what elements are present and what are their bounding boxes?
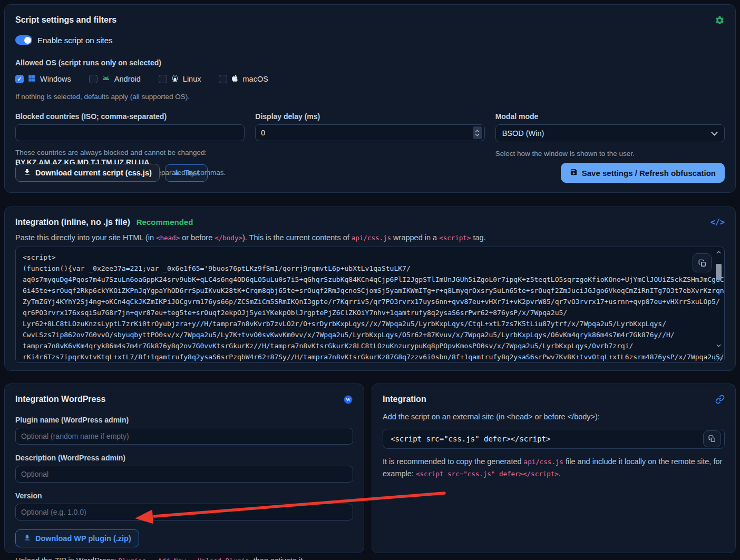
svg-text:W: W xyxy=(346,397,351,402)
version-label: Version xyxy=(15,492,353,500)
external-snippet-code: <script src="css.js" defer></script> xyxy=(391,435,550,443)
test-button[interactable]: Test xyxy=(165,164,208,182)
test-flask-icon xyxy=(173,169,180,178)
head-tag-code: <head> xyxy=(156,234,180,242)
plugin-name-input[interactable] xyxy=(15,428,353,445)
external-note-text: It is recommended to copy the generated … xyxy=(383,456,725,480)
linux-tux-icon xyxy=(171,74,179,84)
macos-checkbox[interactable]: ✓ xyxy=(219,75,227,83)
os-option-android[interactable]: ✓ Android xyxy=(89,74,141,84)
code-scrollbar[interactable] xyxy=(715,249,722,360)
inline-intro-text: Paste this directly into your site HTML … xyxy=(15,233,725,242)
download-icon xyxy=(23,168,31,178)
recommended-badge: Recommended xyxy=(137,218,193,227)
android-icon xyxy=(102,74,110,84)
check-icon: ✓ xyxy=(17,76,22,82)
integration-inline-panel: Integration (inline, no .js file) Recomm… xyxy=(4,207,736,371)
copy-script-button[interactable] xyxy=(693,253,712,272)
script-src-example-code: <script src="css.js" defer></script> xyxy=(416,470,559,478)
external-panel-title: Integration xyxy=(383,395,426,404)
link-icon xyxy=(715,395,725,406)
api-css-js-code: api/css.js xyxy=(524,458,563,466)
chevron-down-icon xyxy=(711,129,718,138)
blocked-hint-line1: These countries are always blocked and c… xyxy=(15,148,245,158)
os-option-linux[interactable]: ✓ Linux xyxy=(159,74,201,84)
download-icon xyxy=(23,534,31,543)
inline-panel-title: Integration (inline, no .js file) Recomm… xyxy=(15,218,193,227)
api-css-js-code: api/css.js xyxy=(352,234,391,242)
windows-icon xyxy=(28,74,36,84)
obfuscated-script-content: <script> (function(){var _0x2ee37a=221;v… xyxy=(23,252,701,362)
external-snippet-box: <script src="css.js" defer></script> xyxy=(383,429,725,449)
enable-script-label: Enable script on sites xyxy=(37,36,113,45)
blocked-countries-input[interactable] xyxy=(15,124,245,141)
obfuscated-script-textarea[interactable]: <script> (function(){var _0x2ee37a=221;v… xyxy=(15,247,725,363)
version-input[interactable] xyxy=(15,504,353,520)
body-tag-code: </body> xyxy=(215,234,242,242)
modal-mode-hint: Select how the window is shown to the us… xyxy=(495,149,725,159)
download-current-script-button[interactable]: Download current script (css.js) xyxy=(15,164,160,182)
integration-wordpress-panel: Integration WordPress W Plugin name (Wor… xyxy=(4,384,364,553)
download-wp-plugin-button[interactable]: Download WP plugin (.zip) xyxy=(15,529,139,547)
os-option-windows[interactable]: ✓ Windows xyxy=(15,74,71,84)
save-icon xyxy=(570,168,578,178)
copy-snippet-button[interactable] xyxy=(703,430,721,447)
external-intro-text: Add the script on an external site (in <… xyxy=(383,412,725,421)
gear-icon xyxy=(715,15,725,27)
save-settings-button[interactable]: Save settings / Refresh obfuscation xyxy=(561,163,725,183)
linux-checkbox[interactable]: ✓ xyxy=(159,75,167,83)
android-checkbox[interactable]: ✓ xyxy=(89,75,98,83)
wordpress-panel-title: Integration WordPress xyxy=(15,395,105,404)
modal-mode-select[interactable]: BSOD (Win) xyxy=(495,124,725,142)
script-tag-code: <script> xyxy=(439,234,471,242)
wp-menu-path-code: Plugins → Add New → Upload Plugin xyxy=(118,557,249,560)
scroll-down-icon[interactable] xyxy=(716,342,721,349)
scroll-up-icon[interactable] xyxy=(716,249,721,256)
wp-upload-hint: Upload the ZIP in WordPress: Plugins → A… xyxy=(15,556,353,560)
os-default-note: If nothing is selected, defaults apply (… xyxy=(15,93,725,101)
code-icon: </> xyxy=(710,218,725,227)
os-option-macos[interactable]: ✓ macOS xyxy=(219,74,268,84)
wordpress-icon: W xyxy=(343,395,353,407)
plugin-name-label: Plugin name (WordPress admin) xyxy=(15,416,353,424)
description-label: Description (WordPress admin) xyxy=(15,454,353,462)
display-delay-input[interactable] xyxy=(255,124,484,141)
integration-external-panel: Integration Add the script on an externa… xyxy=(372,384,736,553)
enable-script-toggle[interactable] xyxy=(15,35,32,45)
scrollbar-thumb[interactable] xyxy=(716,264,722,280)
windows-checkbox[interactable]: ✓ xyxy=(15,75,24,83)
page-title: Script settings and filters xyxy=(15,15,116,25)
apple-icon xyxy=(231,74,238,84)
number-spinner[interactable] xyxy=(473,126,482,139)
description-input[interactable] xyxy=(15,466,353,483)
allowed-os-label: Allowed OS (script runs only on selected… xyxy=(15,58,725,67)
script-settings-panel: Script settings and filters Enable scrip… xyxy=(4,4,736,193)
